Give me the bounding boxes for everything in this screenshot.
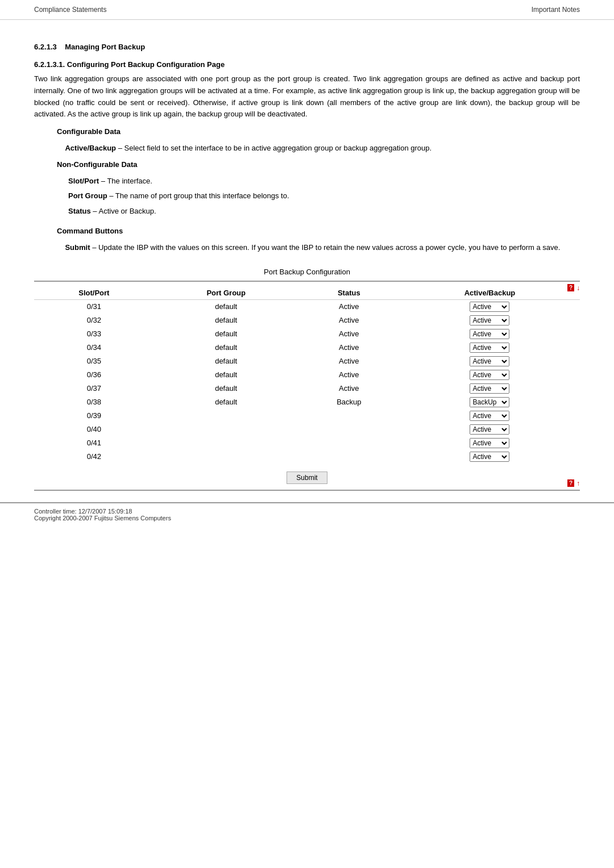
- nav-icon-box-bottom: ?: [567, 479, 574, 487]
- table-row: 0/32defaultActiveActiveBackUp: [34, 314, 580, 327]
- table-row: 0/37defaultActiveActiveBackUp: [34, 382, 580, 395]
- submit-row: Submit: [34, 471, 580, 484]
- cell-port-group: default: [154, 341, 298, 354]
- table-row: 0/40ActiveBackUp: [34, 423, 580, 436]
- table-row: 0/31defaultActiveActiveBackUp: [34, 299, 580, 314]
- cell-slot-port: 0/33: [34, 327, 154, 341]
- active-backup-select[interactable]: ActiveBackUp: [470, 302, 509, 312]
- cell-status: Active: [298, 314, 400, 327]
- active-backup-select[interactable]: ActiveBackUp: [470, 343, 509, 353]
- active-backup-select[interactable]: ActiveBackUp: [470, 438, 509, 448]
- nav-icon-top[interactable]: ? ↓: [567, 284, 580, 292]
- cell-port-group: default: [154, 395, 298, 409]
- active-backup-select[interactable]: ActiveBackUp: [470, 315, 509, 326]
- nav-icon-box-top: ?: [567, 284, 574, 291]
- status-desc: Status – Active or Backup.: [68, 206, 580, 218]
- cell-port-group: [154, 450, 298, 464]
- header-left: Compliance Statements: [34, 6, 106, 14]
- table-row: 0/33defaultActiveActiveBackUp: [34, 327, 580, 341]
- table-title: Port Backup Configuration: [34, 268, 580, 276]
- cell-active-backup[interactable]: ActiveBackUp: [400, 436, 580, 450]
- cell-port-group: default: [154, 299, 298, 314]
- table-section: Port Backup Configuration ? ↓ Slot/Port …: [34, 268, 580, 491]
- active-backup-select[interactable]: ActiveBackUp: [470, 329, 509, 339]
- cell-status: Active: [298, 299, 400, 314]
- cell-port-group: default: [154, 314, 298, 327]
- cell-active-backup[interactable]: ActiveBackUp: [400, 382, 580, 395]
- active-backup-select[interactable]: ActiveBackUp: [470, 383, 509, 394]
- subsection-title: 6.2.1.3.1. Configuring Port Backup Confi…: [34, 60, 580, 69]
- cell-status: Backup: [298, 395, 400, 409]
- cell-slot-port: 0/31: [34, 299, 154, 314]
- col-header-slot-port: Slot/Port: [34, 286, 154, 300]
- cell-slot-port: 0/37: [34, 382, 154, 395]
- controller-time: Controller time: 12/7/2007 15:09:18: [34, 508, 580, 515]
- port-backup-table: Slot/Port Port Group Status Active/Backu…: [34, 286, 580, 464]
- active-backup-select[interactable]: ActiveBackUp: [470, 411, 509, 421]
- cell-status: [298, 436, 400, 450]
- active-backup-select[interactable]: ActiveBackUp: [470, 370, 509, 380]
- cell-port-group: default: [154, 382, 298, 395]
- cell-slot-port: 0/32: [34, 314, 154, 327]
- table-wrapper: ? ↓ Slot/Port Port Group Status Active/B…: [34, 281, 580, 491]
- body-paragraph: Two link aggregation groups are associat…: [34, 73, 580, 120]
- nav-arrow-up: ↑: [576, 479, 580, 487]
- cell-active-backup[interactable]: ActiveBackUp: [400, 341, 580, 354]
- cell-active-backup[interactable]: ActiveBackUp: [400, 368, 580, 382]
- port-group-desc: Port Group – The name of port group that…: [68, 190, 580, 202]
- table-row: 0/36defaultActiveActiveBackUp: [34, 368, 580, 382]
- configurable-data-desc: Active/Backup – Select field to set the …: [57, 143, 580, 155]
- cell-slot-port: 0/39: [34, 409, 154, 423]
- nav-arrow-down: ↓: [576, 284, 580, 292]
- active-backup-select[interactable]: ActiveBackUp: [470, 356, 509, 366]
- table-row: 0/42ActiveBackUp: [34, 450, 580, 464]
- col-header-status: Status: [298, 286, 400, 300]
- cell-active-backup[interactable]: ActiveBackUp: [400, 327, 580, 341]
- slot-port-desc: Slot/Port – The interface.: [68, 176, 580, 187]
- table-row: 0/39ActiveBackUp: [34, 409, 580, 423]
- cell-status: Active: [298, 382, 400, 395]
- header-right: Important Notes: [532, 6, 580, 14]
- copyright: Copyright 2000-2007 Fujitsu Siemens Comp…: [34, 515, 580, 521]
- cell-slot-port: 0/34: [34, 341, 154, 354]
- cell-slot-port: 0/41: [34, 436, 154, 450]
- cell-slot-port: 0/35: [34, 354, 154, 368]
- cell-port-group: default: [154, 354, 298, 368]
- active-backup-select[interactable]: ActiveBackUp: [470, 424, 509, 435]
- cell-active-backup[interactable]: ActiveBackUp: [400, 423, 580, 436]
- cell-port-group: default: [154, 368, 298, 382]
- cell-port-group: [154, 436, 298, 450]
- active-backup-select[interactable]: ActiveBackUp: [470, 397, 509, 407]
- cell-active-backup[interactable]: ActiveBackUp: [400, 395, 580, 409]
- cell-status: [298, 450, 400, 464]
- cell-active-backup[interactable]: ActiveBackUp: [400, 314, 580, 327]
- cell-slot-port: 0/40: [34, 423, 154, 436]
- cell-slot-port: 0/36: [34, 368, 154, 382]
- configurable-data-label: Configurable Data: [57, 126, 580, 138]
- table-header-row: Slot/Port Port Group Status Active/Backu…: [34, 286, 580, 300]
- cell-active-backup[interactable]: ActiveBackUp: [400, 354, 580, 368]
- cell-port-group: [154, 423, 298, 436]
- cell-status: Active: [298, 327, 400, 341]
- submit-desc: Submit – Update the IBP with the values …: [57, 242, 580, 254]
- cell-port-group: [154, 409, 298, 423]
- table-row: 0/41ActiveBackUp: [34, 436, 580, 450]
- cell-status: Active: [298, 354, 400, 368]
- col-header-active-backup: Active/Backup: [400, 286, 580, 300]
- cell-status: [298, 423, 400, 436]
- cell-active-backup[interactable]: ActiveBackUp: [400, 409, 580, 423]
- active-backup-select[interactable]: ActiveBackUp: [470, 452, 509, 462]
- cell-active-backup[interactable]: ActiveBackUp: [400, 450, 580, 464]
- command-buttons-label: Command Buttons: [57, 226, 580, 237]
- table-bottom-border: ? ↑: [34, 490, 580, 491]
- col-header-port-group: Port Group: [154, 286, 298, 300]
- cell-active-backup[interactable]: ActiveBackUp: [400, 299, 580, 314]
- nav-icon-bottom[interactable]: ? ↑: [567, 479, 580, 487]
- cell-status: Active: [298, 368, 400, 382]
- section-title: 6.2.1.3 Managing Port Backup: [34, 43, 580, 51]
- submit-button[interactable]: Submit: [287, 471, 327, 484]
- cell-slot-port: 0/42: [34, 450, 154, 464]
- cell-status: [298, 409, 400, 423]
- table-row: 0/35defaultActiveActiveBackUp: [34, 354, 580, 368]
- cell-port-group: default: [154, 327, 298, 341]
